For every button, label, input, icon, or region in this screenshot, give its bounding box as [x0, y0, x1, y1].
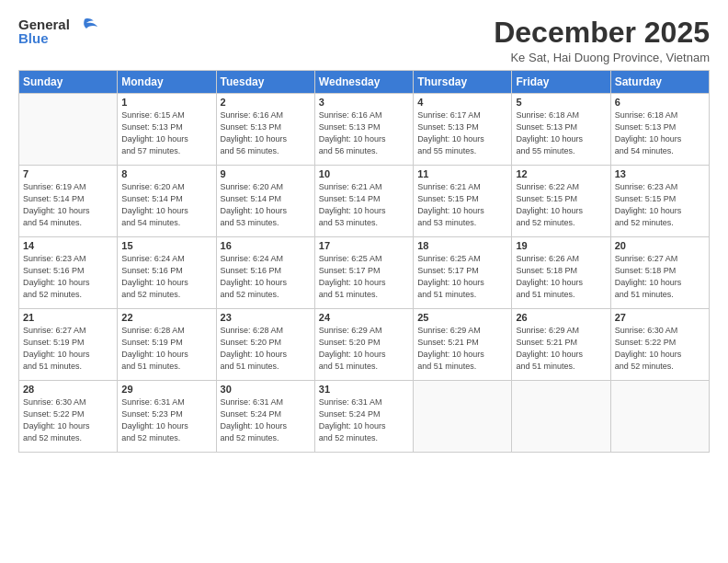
cell-info: Sunrise: 6:24 AM Sunset: 5:16 PM Dayligh…: [121, 253, 211, 301]
logo: General Blue: [18, 17, 97, 46]
calendar-cell: 30Sunrise: 6:31 AM Sunset: 5:24 PM Dayli…: [216, 381, 314, 453]
calendar-cell: 14Sunrise: 6:23 AM Sunset: 5:16 PM Dayli…: [19, 237, 118, 309]
day-number: 1: [121, 97, 211, 108]
day-number: 27: [615, 312, 705, 323]
day-number: 2: [221, 97, 311, 108]
col-friday: Friday: [512, 71, 610, 94]
day-number: 21: [23, 312, 113, 323]
day-number: 28: [23, 384, 113, 395]
title-section: December 2025 Ke Sat, Hai Duong Province…: [494, 17, 710, 64]
calendar-cell: 9Sunrise: 6:20 AM Sunset: 5:14 PM Daylig…: [216, 166, 314, 237]
calendar-cell: 3Sunrise: 6:16 AM Sunset: 5:13 PM Daylig…: [314, 94, 413, 166]
calendar-cell: 19Sunrise: 6:26 AM Sunset: 5:18 PM Dayli…: [512, 237, 610, 309]
day-number: 17: [319, 240, 409, 251]
day-number: 25: [417, 312, 507, 323]
cell-info: Sunrise: 6:26 AM Sunset: 5:18 PM Dayligh…: [516, 253, 606, 301]
header: General Blue December 2025 Ke Sat, Hai D…: [18, 17, 710, 64]
cell-info: Sunrise: 6:25 AM Sunset: 5:17 PM Dayligh…: [417, 253, 507, 301]
month-title: December 2025: [494, 17, 710, 49]
col-wednesday: Wednesday: [314, 71, 413, 94]
cell-info: Sunrise: 6:25 AM Sunset: 5:17 PM Dayligh…: [319, 253, 409, 301]
page: General Blue December 2025 Ke Sat, Hai D…: [0, 0, 728, 563]
calendar-cell: 31Sunrise: 6:31 AM Sunset: 5:24 PM Dayli…: [314, 381, 413, 453]
day-number: 22: [121, 312, 211, 323]
calendar-cell: 6Sunrise: 6:18 AM Sunset: 5:13 PM Daylig…: [610, 94, 709, 166]
day-number: 8: [121, 168, 211, 179]
calendar-cell: 26Sunrise: 6:29 AM Sunset: 5:21 PM Dayli…: [512, 309, 610, 381]
cell-info: Sunrise: 6:16 AM Sunset: 5:13 PM Dayligh…: [221, 109, 311, 157]
day-number: 24: [319, 312, 409, 323]
calendar-cell: 5Sunrise: 6:18 AM Sunset: 5:13 PM Daylig…: [512, 94, 610, 166]
cell-info: Sunrise: 6:28 AM Sunset: 5:20 PM Dayligh…: [221, 325, 311, 373]
calendar-cell: 25Sunrise: 6:29 AM Sunset: 5:21 PM Dayli…: [414, 309, 512, 381]
day-number: 16: [221, 240, 311, 251]
cell-info: Sunrise: 6:19 AM Sunset: 5:14 PM Dayligh…: [23, 181, 113, 229]
col-thursday: Thursday: [414, 71, 512, 94]
day-number: 7: [23, 168, 113, 179]
day-number: 26: [516, 312, 606, 323]
calendar-cell: 27Sunrise: 6:30 AM Sunset: 5:22 PM Dayli…: [610, 309, 709, 381]
calendar-week-row: 1Sunrise: 6:15 AM Sunset: 5:13 PM Daylig…: [19, 94, 710, 166]
subtitle: Ke Sat, Hai Duong Province, Vietnam: [494, 51, 710, 64]
cell-info: Sunrise: 6:20 AM Sunset: 5:14 PM Dayligh…: [221, 181, 311, 229]
cell-info: Sunrise: 6:23 AM Sunset: 5:15 PM Dayligh…: [615, 181, 705, 229]
calendar-cell: 29Sunrise: 6:31 AM Sunset: 5:23 PM Dayli…: [118, 381, 216, 453]
cell-info: Sunrise: 6:20 AM Sunset: 5:14 PM Dayligh…: [121, 181, 211, 229]
calendar-cell: 28Sunrise: 6:30 AM Sunset: 5:22 PM Dayli…: [19, 381, 118, 453]
calendar-cell: 12Sunrise: 6:22 AM Sunset: 5:15 PM Dayli…: [512, 166, 610, 237]
calendar-cell: [512, 381, 610, 453]
calendar-cell: 21Sunrise: 6:27 AM Sunset: 5:19 PM Dayli…: [19, 309, 118, 381]
day-number: 4: [417, 97, 507, 108]
cell-info: Sunrise: 6:28 AM Sunset: 5:19 PM Dayligh…: [121, 325, 211, 373]
cell-info: Sunrise: 6:22 AM Sunset: 5:15 PM Dayligh…: [516, 181, 606, 229]
calendar-cell: 22Sunrise: 6:28 AM Sunset: 5:19 PM Dayli…: [118, 309, 216, 381]
day-number: 10: [319, 168, 409, 179]
day-number: 23: [221, 312, 311, 323]
calendar-cell: 4Sunrise: 6:17 AM Sunset: 5:13 PM Daylig…: [414, 94, 512, 166]
calendar-cell: 7Sunrise: 6:19 AM Sunset: 5:14 PM Daylig…: [19, 166, 118, 237]
cell-info: Sunrise: 6:29 AM Sunset: 5:20 PM Dayligh…: [319, 325, 409, 373]
calendar-cell: 17Sunrise: 6:25 AM Sunset: 5:17 PM Dayli…: [314, 237, 413, 309]
cell-info: Sunrise: 6:18 AM Sunset: 5:13 PM Dayligh…: [516, 109, 606, 157]
cell-info: Sunrise: 6:27 AM Sunset: 5:18 PM Dayligh…: [615, 253, 705, 301]
calendar-table: Sunday Monday Tuesday Wednesday Thursday…: [18, 70, 710, 453]
day-number: 14: [23, 240, 113, 251]
calendar-cell: 15Sunrise: 6:24 AM Sunset: 5:16 PM Dayli…: [118, 237, 216, 309]
cell-info: Sunrise: 6:29 AM Sunset: 5:21 PM Dayligh…: [417, 325, 507, 373]
day-number: 31: [319, 384, 409, 395]
calendar-cell: 8Sunrise: 6:20 AM Sunset: 5:14 PM Daylig…: [118, 166, 216, 237]
day-number: 6: [615, 97, 705, 108]
col-saturday: Saturday: [610, 71, 709, 94]
cell-info: Sunrise: 6:31 AM Sunset: 5:23 PM Dayligh…: [121, 396, 211, 444]
calendar-cell: 24Sunrise: 6:29 AM Sunset: 5:20 PM Dayli…: [314, 309, 413, 381]
cell-info: Sunrise: 6:15 AM Sunset: 5:13 PM Dayligh…: [121, 109, 211, 157]
calendar-cell: 18Sunrise: 6:25 AM Sunset: 5:17 PM Dayli…: [414, 237, 512, 309]
logo-blue: Blue: [18, 30, 49, 46]
cell-info: Sunrise: 6:24 AM Sunset: 5:16 PM Dayligh…: [221, 253, 311, 301]
col-monday: Monday: [118, 71, 216, 94]
cell-info: Sunrise: 6:17 AM Sunset: 5:13 PM Dayligh…: [417, 109, 507, 157]
day-number: 15: [121, 240, 211, 251]
day-number: 20: [615, 240, 705, 251]
calendar-cell: 20Sunrise: 6:27 AM Sunset: 5:18 PM Dayli…: [610, 237, 709, 309]
calendar-cell: 16Sunrise: 6:24 AM Sunset: 5:16 PM Dayli…: [216, 237, 314, 309]
cell-info: Sunrise: 6:21 AM Sunset: 5:14 PM Dayligh…: [319, 181, 409, 229]
cell-info: Sunrise: 6:16 AM Sunset: 5:13 PM Dayligh…: [319, 109, 409, 157]
calendar-cell: [414, 381, 512, 453]
cell-info: Sunrise: 6:30 AM Sunset: 5:22 PM Dayligh…: [615, 325, 705, 373]
calendar-cell: [610, 381, 709, 453]
day-number: 5: [516, 97, 606, 108]
calendar-week-row: 7Sunrise: 6:19 AM Sunset: 5:14 PM Daylig…: [19, 166, 710, 237]
calendar-header-row: Sunday Monday Tuesday Wednesday Thursday…: [19, 71, 710, 94]
cell-info: Sunrise: 6:31 AM Sunset: 5:24 PM Dayligh…: [319, 396, 409, 444]
day-number: 18: [417, 240, 507, 251]
calendar-week-row: 28Sunrise: 6:30 AM Sunset: 5:22 PM Dayli…: [19, 381, 710, 453]
cell-info: Sunrise: 6:27 AM Sunset: 5:19 PM Dayligh…: [23, 325, 113, 373]
calendar-cell: 23Sunrise: 6:28 AM Sunset: 5:20 PM Dayli…: [216, 309, 314, 381]
logo-bird-icon: [72, 17, 97, 32]
col-sunday: Sunday: [19, 71, 118, 94]
cell-info: Sunrise: 6:18 AM Sunset: 5:13 PM Dayligh…: [615, 109, 705, 157]
day-number: 3: [319, 97, 409, 108]
calendar-cell: [19, 94, 118, 166]
calendar-week-row: 21Sunrise: 6:27 AM Sunset: 5:19 PM Dayli…: [19, 309, 710, 381]
